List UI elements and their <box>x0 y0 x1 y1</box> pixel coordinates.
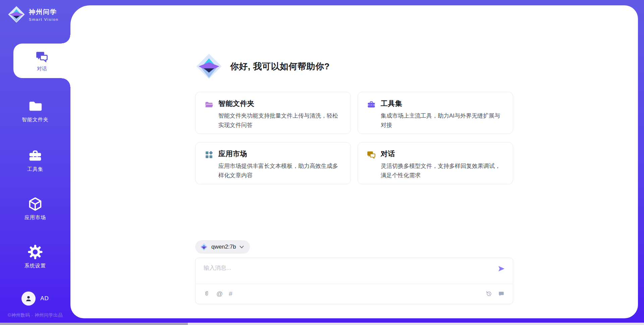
card-app-market[interactable]: 应用市场 应用市场提供丰富长文本模板，助力高效生成多样化文章内容 <box>195 142 351 184</box>
card-title: 智能文件夹 <box>218 99 343 108</box>
gear-icon <box>27 244 43 260</box>
card-description: 智能文件夹功能支持批量文件上传与清洗，轻松实现文件问答 <box>218 111 343 130</box>
card-chat[interactable]: 对话 灵活切换多模型文件，支持多样回复效果调试，满足个性化需求 <box>358 142 513 184</box>
send-button[interactable] <box>497 265 505 273</box>
sidebar-item-smart-folder[interactable]: 智能文件夹 <box>0 99 70 123</box>
card-description: 应用市场提供丰富长文本模板，助力高效生成多样化文章内容 <box>218 161 343 180</box>
history-icon <box>485 290 492 297</box>
card-description: 集成市场上主流工具，助力AI与外界无缝扩展与对接 <box>381 111 505 130</box>
greeting-title: 你好, 我可以如何帮助你? <box>230 61 330 72</box>
user-account[interactable]: AD <box>0 291 70 306</box>
sidebar-item-label: 对话 <box>37 66 47 72</box>
history-button[interactable] <box>485 290 492 297</box>
briefcase-icon <box>28 148 43 164</box>
attach-button[interactable] <box>204 290 210 297</box>
brand-logo: 神州问学 Smart Vision <box>7 5 59 23</box>
sidebar-item-chat[interactable]: 对话 <box>13 44 70 78</box>
app-screen: 神州问学 Smart Vision 对话 智能文件夹 <box>0 0 644 325</box>
main-panel: 你好, 我可以如何帮助你? 智能文件夹 智 <box>70 5 638 318</box>
card-title: 应用市场 <box>218 149 343 158</box>
greeting: 你好, 我可以如何帮助你? <box>195 52 513 80</box>
person-icon <box>24 294 33 303</box>
chat-bubbles-icon <box>367 150 376 159</box>
feedback-button[interactable] <box>498 290 505 297</box>
model-selector[interactable]: qwen2:7b <box>195 240 250 254</box>
sidebar-item-label: 应用市场 <box>24 214 46 221</box>
sidebar-item-toolset[interactable]: 工具集 <box>0 148 70 173</box>
message-input[interactable] <box>196 258 491 281</box>
chat-square-icon <box>498 290 505 297</box>
card-description: 灵活切换多模型文件，支持多样回复效果调试，满足个性化需求 <box>381 161 505 180</box>
gem-diamond-icon <box>195 52 223 80</box>
sidebar-item-label: 系统设置 <box>24 263 46 269</box>
gem-diamond-icon <box>200 243 208 251</box>
card-title: 工具集 <box>381 99 505 108</box>
card-smart-folder[interactable]: 智能文件夹 智能文件夹功能支持批量文件上传与清洗，轻松实现文件问答 <box>195 92 351 134</box>
composer-toolbar: @ # <box>196 283 513 304</box>
chevron-down-icon <box>239 246 244 249</box>
horizontal-scrollbar[interactable] <box>0 323 644 325</box>
send-icon <box>497 265 505 273</box>
cube-icon <box>28 196 43 212</box>
app-grid-icon <box>204 150 214 159</box>
folder-open-icon <box>204 100 214 109</box>
folder-icon <box>28 99 43 114</box>
chat-bubbles-icon <box>35 50 49 63</box>
model-name: qwen2:7b <box>211 244 236 250</box>
brand-subtitle: Smart Vision <box>29 17 59 21</box>
gem-diamond-icon <box>7 5 25 23</box>
briefcase-icon <box>367 100 376 109</box>
avatar <box>21 291 36 306</box>
user-initials: AD <box>40 295 49 302</box>
sidebar-footer: ©神州数码 · 神州问学出品 <box>0 312 70 318</box>
mention-icon[interactable]: @ <box>216 290 223 297</box>
card-title: 对话 <box>381 149 505 158</box>
scrollbar-thumb[interactable] <box>0 323 188 325</box>
feature-cards: 智能文件夹 智能文件夹功能支持批量文件上传与清洗，轻松实现文件问答 <box>195 92 513 184</box>
card-toolset[interactable]: 工具集 集成市场上主流工具，助力AI与外界无缝扩展与对接 <box>358 92 513 134</box>
sidebar: 神州问学 Smart Vision 对话 智能文件夹 <box>0 0 70 325</box>
sidebar-item-label: 智能文件夹 <box>22 117 49 123</box>
sidebar-item-app-market[interactable]: 应用市场 <box>0 196 70 221</box>
topic-icon[interactable]: # <box>229 290 232 297</box>
sidebar-item-settings[interactable]: 系统设置 <box>0 244 70 269</box>
paperclip-icon <box>204 290 210 297</box>
sidebar-item-label: 工具集 <box>27 166 43 173</box>
message-composer: @ # <box>195 258 513 304</box>
brand-name: 神州问学 <box>29 8 59 16</box>
